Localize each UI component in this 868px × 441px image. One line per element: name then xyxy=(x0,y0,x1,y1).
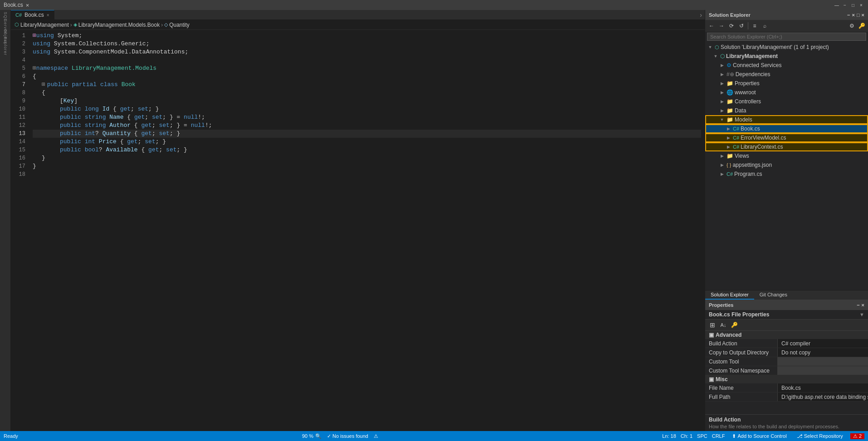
se-sync-btn[interactable]: ⟳ xyxy=(727,21,736,30)
activity-explorer-icon[interactable]: Explorer xyxy=(1,42,10,51)
breadcrumb-quantity[interactable]: Quantity xyxy=(169,22,190,28)
se-forward-btn[interactable]: → xyxy=(717,21,726,30)
tree-deps[interactable]: ▶ #⊕ Dependencies xyxy=(705,70,868,79)
window-max-btn[interactable]: □ xyxy=(850,2,856,8)
wwwroot-icon: 🌐 xyxy=(727,89,733,96)
window-pin-btn[interactable]: — xyxy=(834,2,840,8)
tab-solution-explorer[interactable]: Solution Explorer xyxy=(705,291,754,300)
se-search-btn[interactable]: ⌕ xyxy=(760,21,769,30)
status-issues[interactable]: ✓ No issues found xyxy=(327,433,368,439)
tab-git-changes[interactable]: Git Changes xyxy=(754,291,793,300)
status-zoom[interactable]: 90 % 🔍 xyxy=(302,433,322,439)
code-content[interactable]: ⊞using System; using System.Collections.… xyxy=(29,30,705,431)
prop-key-btn[interactable]: 🔑 xyxy=(730,320,739,330)
error-cs-label: ErrorViewModel.cs xyxy=(741,135,786,141)
status-add-source-control[interactable]: ⬆ Add to Source Control xyxy=(729,433,789,439)
breadcrumb-sep2: › xyxy=(161,22,163,28)
prop-alpha-btn[interactable]: A↓ xyxy=(719,320,728,330)
prop-custom-tool-value[interactable] xyxy=(778,357,868,366)
prop-section-advanced-expand: ▣ xyxy=(709,332,714,338)
tree-solution[interactable]: ▼ ⬡ Solution 'LibraryManagement' (1 of 1… xyxy=(705,43,868,52)
status-select-repository[interactable]: ⎇ Select Repository xyxy=(794,433,846,439)
status-col-text: Ch: 1 xyxy=(681,433,692,439)
tab-book-cs[interactable]: C# Book.cs × xyxy=(11,10,54,19)
breadcrumb-project[interactable]: LibraryManagement xyxy=(20,22,69,28)
tree-connected[interactable]: ▶ ⚙ Connected Services xyxy=(705,61,868,70)
se-back-btn[interactable]: ← xyxy=(707,21,716,30)
solution-expand-icon: ▼ xyxy=(707,45,713,49)
prop-file-name: File Name Book.cs xyxy=(705,383,868,393)
tree-appsettings[interactable]: ▶ { } appsettings.json xyxy=(705,160,868,170)
se-pin-icon[interactable]: − xyxy=(847,12,850,18)
solution-explorer-header: Solution Explorer − × □ × xyxy=(705,10,868,20)
se-filter-btn[interactable]: ≡ xyxy=(750,21,759,30)
controllers-expand-icon: ▶ xyxy=(719,99,725,104)
project-icon: ⬡ xyxy=(720,53,725,59)
prop-section-misc: ▣ Misc xyxy=(705,375,868,383)
tab-bar: C# Book.cs × › xyxy=(11,10,705,20)
breadcrumb-model[interactable]: LibraryManagement.Models.Book xyxy=(78,22,160,28)
ln-17: 17 xyxy=(11,162,25,170)
se-search-row xyxy=(705,32,868,42)
status-eol[interactable]: CRLF xyxy=(712,433,725,439)
tree-controllers[interactable]: ▶ 📁 Controllers xyxy=(705,97,868,106)
status-zoom-value: 90 % xyxy=(302,433,313,439)
window-close-btn[interactable]: × xyxy=(858,2,864,8)
data-label: Data xyxy=(735,107,746,114)
se-search-input[interactable] xyxy=(707,33,866,41)
tree-book-cs[interactable]: ▶ C# Book.cs xyxy=(705,124,868,133)
status-warnings[interactable]: ⚠ xyxy=(374,433,378,439)
status-error-count[interactable]: ⚠ 2 xyxy=(850,433,864,439)
tree-data[interactable]: ▶ 📁 Data xyxy=(705,106,868,115)
title-bar-close[interactable]: × xyxy=(26,2,29,9)
se-close-icon[interactable]: × xyxy=(862,12,864,18)
se-min-icon[interactable]: × xyxy=(852,12,854,18)
project-expand-icon: ▼ xyxy=(712,54,719,58)
status-right: Ln: 18 Ch: 1 SPC CRLF ⬆ Add to Source Co… xyxy=(662,433,864,439)
tab-close-btn[interactable]: × xyxy=(47,13,49,18)
ln-3: 3 xyxy=(11,48,25,56)
tree-properties[interactable]: ▶ 📁 Properties xyxy=(705,79,868,88)
tree-views[interactable]: ▶ 📁 Views xyxy=(705,151,868,160)
properties-dropdown[interactable]: ▼ xyxy=(859,312,864,317)
tab-cs-icon: C# xyxy=(15,12,22,18)
editor-area: C# Book.cs × › ⬡ LibraryManagement › ◈ L… xyxy=(11,10,705,431)
library-expand-icon: ▶ xyxy=(725,145,731,149)
tree-program-cs[interactable]: ▶ C# Program.cs xyxy=(705,170,868,179)
tab-scroll-right[interactable]: › xyxy=(697,10,705,19)
status-issues-text: No issues found xyxy=(332,433,368,439)
program-cs-icon: C# xyxy=(727,171,733,177)
select-repository-text: Select Repository xyxy=(804,433,843,439)
code-editor[interactable]: 1 2 3 4 5 6 7 8 9 10 11 12 13 14 15 16 1… xyxy=(11,30,705,431)
repository-icon: ⎇ xyxy=(797,433,803,439)
tree-project[interactable]: ▼ ⬡ LibraryManagement xyxy=(705,52,868,61)
code-line-15: public bool? Available { get; set; } xyxy=(33,146,701,154)
status-spc[interactable]: SPC xyxy=(697,433,707,439)
tree-wwwroot[interactable]: ▶ 🌐 wwwroot xyxy=(705,88,868,97)
prop-sort-btn[interactable]: ⊞ xyxy=(708,320,717,330)
se-settings-btn[interactable]: ⚙ xyxy=(847,21,856,30)
deps-icon: #⊕ xyxy=(727,71,734,78)
tree-library-cs[interactable]: ▶ C# LibraryContext.cs xyxy=(705,142,868,151)
window-min-btn[interactable]: − xyxy=(842,2,848,8)
code-line-18 xyxy=(33,170,701,179)
prop-pin-icon[interactable]: − xyxy=(857,302,859,308)
se-key-btn[interactable]: 🔑 xyxy=(857,21,866,30)
properties-toolbar: ⊞ A↓ 🔑 xyxy=(705,320,868,331)
solution-icon: ⬡ xyxy=(715,44,719,50)
ln-16: 16 xyxy=(11,154,25,162)
prop-custom-ns-value[interactable] xyxy=(778,366,868,375)
prop-close-icon[interactable]: × xyxy=(862,302,864,308)
code-line-13: public int? Quantity { get; set; } xyxy=(33,130,701,138)
status-ln: Ln: 18 xyxy=(662,433,676,439)
prop-full-path-label: Full Path xyxy=(705,393,778,401)
tree-models[interactable]: ▼ 📁 Models xyxy=(705,115,868,124)
ln-15: 15 xyxy=(11,146,25,154)
tree-error-cs[interactable]: ▶ C# ErrorViewModel.cs xyxy=(705,133,868,142)
main-container: SQL Server Object Explorer C# Book.cs × … xyxy=(0,10,868,431)
se-refresh-btn[interactable]: ↺ xyxy=(737,21,746,30)
properties-header-icons: − × xyxy=(857,302,864,308)
connected-expand-icon: ▶ xyxy=(719,63,725,68)
properties-file-label-text: Book.cs File Properties xyxy=(709,311,769,318)
se-expand-icon[interactable]: □ xyxy=(857,12,860,18)
